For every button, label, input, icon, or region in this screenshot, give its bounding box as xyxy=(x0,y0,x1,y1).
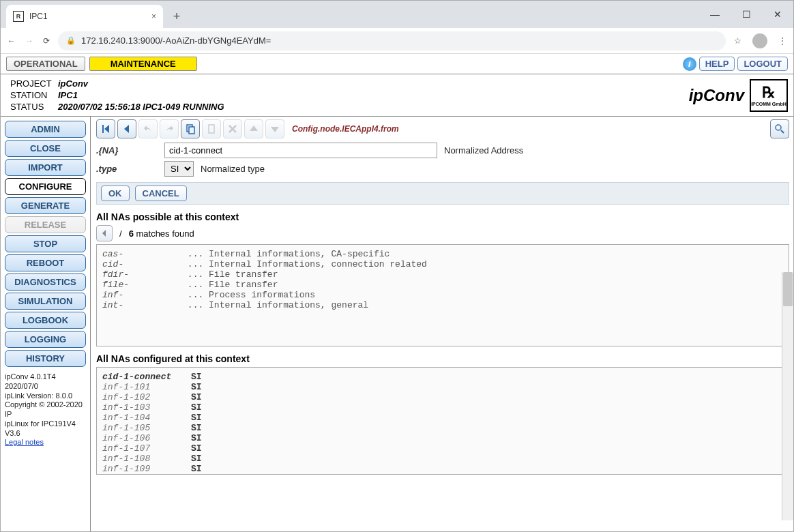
possible-row[interactable]: inf- ... Process informations xyxy=(102,290,783,300)
configured-row[interactable]: inf-1-108SI xyxy=(102,454,783,464)
configured-results-box[interactable]: cid-1-connectSIinf-1-101SIinf-1-102SIinf… xyxy=(96,367,789,475)
cancel-button[interactable]: CANCEL xyxy=(135,186,187,201)
operational-pill[interactable]: OPERATIONAL xyxy=(6,57,85,71)
delete-icon[interactable] xyxy=(223,119,242,138)
scrollbar-thumb[interactable] xyxy=(783,272,793,306)
close-tab-icon[interactable]: × xyxy=(151,12,156,21)
possible-title: All NAs possible at this context xyxy=(96,211,789,222)
possible-results-box: cas- ... Internal informations, CA-speci… xyxy=(96,244,789,346)
sidebar-item-history[interactable]: HISTORY xyxy=(5,350,86,367)
header-bar: PROJECT ipConv STATION IPC1 STATUS 2020/… xyxy=(1,74,793,117)
undo-icon[interactable] xyxy=(138,119,158,138)
sidebar-item-diagnostics[interactable]: DIAGNOSTICS xyxy=(5,274,86,291)
help-button[interactable]: HELP xyxy=(699,57,735,71)
maximize-button[interactable]: ☐ xyxy=(731,1,762,28)
match-count: 6 xyxy=(129,228,134,239)
reload-icon[interactable]: ⟳ xyxy=(43,36,50,46)
project-value: ipConv xyxy=(58,78,224,89)
sidebar: ADMINCLOSEIMPORTCONFIGUREGENERATERELEASE… xyxy=(1,117,91,532)
possible-row[interactable]: file- ... File transfer xyxy=(102,280,783,290)
url-text: 172.16.240.13:9000/-AoAiZn-dbYGNg4EAYdM= xyxy=(81,35,271,46)
na-label: .{NA} xyxy=(96,145,158,156)
copy-icon[interactable] xyxy=(181,119,200,138)
status-label: STATUS xyxy=(10,102,58,112)
sidebar-item-configure[interactable]: CONFIGURE xyxy=(5,178,86,195)
station-label: STATION xyxy=(10,90,58,100)
down-icon[interactable] xyxy=(265,119,284,138)
profile-icon[interactable] xyxy=(752,33,767,48)
tab-favicon: R xyxy=(13,11,24,22)
sidebar-item-admin[interactable]: ADMIN xyxy=(5,121,86,138)
up-icon[interactable] xyxy=(244,119,263,138)
forward-icon[interactable]: → xyxy=(25,36,33,46)
match-text: matches found xyxy=(134,228,194,239)
configured-row[interactable]: inf-1-102SI xyxy=(102,392,783,402)
nav-prev-icon[interactable] xyxy=(117,119,136,138)
results-slash: / xyxy=(119,228,122,239)
legal-notes-link[interactable]: Legal notes xyxy=(5,438,44,446)
sidebar-item-logbook[interactable]: LOGBOOK xyxy=(5,312,86,329)
nav-first-icon[interactable] xyxy=(96,119,115,138)
sidebar-item-stop[interactable]: STOP xyxy=(5,235,86,252)
sidebar-item-generate[interactable]: GENERATE xyxy=(5,197,86,214)
toolbar: Config.node.IECAppl4.from xyxy=(96,119,789,138)
na-input[interactable] xyxy=(164,143,437,158)
minimize-button[interactable]: — xyxy=(699,1,731,28)
info-icon[interactable]: i xyxy=(683,57,696,71)
configured-row[interactable]: inf-1-101SI xyxy=(102,382,783,392)
brand-logo: ℞ IPCOMM GmbH xyxy=(750,79,788,112)
ok-button[interactable]: OK xyxy=(101,186,130,201)
lock-icon: 🔒 xyxy=(66,36,76,45)
window-controls: — ☐ ✕ xyxy=(699,1,793,28)
search-icon[interactable] xyxy=(770,119,789,138)
paste-icon[interactable] xyxy=(202,119,221,138)
star-icon[interactable]: ☆ xyxy=(734,36,741,46)
sidebar-item-reboot[interactable]: REBOOT xyxy=(5,254,86,271)
svg-point-3 xyxy=(776,125,781,130)
tab-title: IPC1 xyxy=(29,12,48,21)
scrollbar[interactable] xyxy=(782,272,793,520)
configured-row[interactable]: inf-1-105SI xyxy=(102,423,783,433)
browser-tab-strip: R IPC1 × + — ☐ ✕ xyxy=(1,1,793,28)
sidebar-item-simulation[interactable]: SIMULATION xyxy=(5,293,86,310)
type-desc: Normalized type xyxy=(201,164,265,174)
mode-bar: OPERATIONAL MAINTENANCE i HELP LOGOUT xyxy=(1,54,793,74)
prev-results-icon[interactable] xyxy=(96,225,113,241)
status-value: 2020/07/02 15:56:18 IPC1-049 RUNNING xyxy=(58,102,224,112)
browser-tab[interactable]: R IPC1 × xyxy=(6,5,163,28)
configured-row[interactable]: inf-1-107SI xyxy=(102,443,783,454)
back-icon[interactable]: ← xyxy=(8,36,16,46)
sidebar-item-import[interactable]: IMPORT xyxy=(5,159,86,176)
possible-row[interactable]: fdir- ... File transfer xyxy=(102,269,783,280)
type-select[interactable]: SI xyxy=(164,161,194,177)
version-block: ipConv 4.0.1T4 2020/07/0 ipLink Version:… xyxy=(5,372,86,447)
new-tab-button[interactable]: + xyxy=(167,7,186,26)
configured-row[interactable]: inf-1-109SI xyxy=(102,464,783,474)
configured-row[interactable]: inf-1-104SI xyxy=(102,413,783,423)
possible-row[interactable]: cid- ... Internal Informations, connecti… xyxy=(102,259,783,269)
sidebar-item-logging[interactable]: LOGGING xyxy=(5,331,86,348)
menu-icon[interactable]: ⋮ xyxy=(778,36,786,46)
maintenance-pill[interactable]: MAINTENANCE xyxy=(89,57,197,71)
station-value: IPC1 xyxy=(58,90,224,100)
type-label: .type xyxy=(96,164,158,174)
configured-row[interactable]: inf-1-103SI xyxy=(102,402,783,413)
sidebar-item-close[interactable]: CLOSE xyxy=(5,140,86,157)
main-panel: Config.node.IECAppl4.from .{NA} Normaliz… xyxy=(91,117,793,532)
possible-row[interactable]: cas- ... Internal informations, CA-speci… xyxy=(102,249,783,259)
configured-row[interactable]: cid-1-connectSI xyxy=(102,372,783,382)
project-label: PROJECT xyxy=(10,78,58,89)
possible-row[interactable]: int- ... Internal informations, general xyxy=(102,300,783,310)
brand-text: ipConv xyxy=(689,86,744,105)
action-row: OK CANCEL xyxy=(96,182,789,205)
sidebar-item-release[interactable]: RELEASE xyxy=(5,216,86,233)
close-window-button[interactable]: ✕ xyxy=(762,1,793,28)
redo-icon[interactable] xyxy=(160,119,179,138)
configured-title: All NAs configured at this context xyxy=(96,353,789,364)
url-field[interactable]: 🔒 172.16.240.13:9000/-AoAiZn-dbYGNg4EAYd… xyxy=(58,31,726,50)
browser-address-bar: ← → ⟳ 🔒 172.16.240.13:9000/-AoAiZn-dbYGN… xyxy=(1,28,793,54)
brand: ipConv ℞ IPCOMM GmbH xyxy=(689,78,788,112)
logout-button[interactable]: LOGOUT xyxy=(737,57,788,71)
configured-row[interactable]: inf-1-106SI xyxy=(102,433,783,443)
svg-rect-1 xyxy=(189,127,194,134)
